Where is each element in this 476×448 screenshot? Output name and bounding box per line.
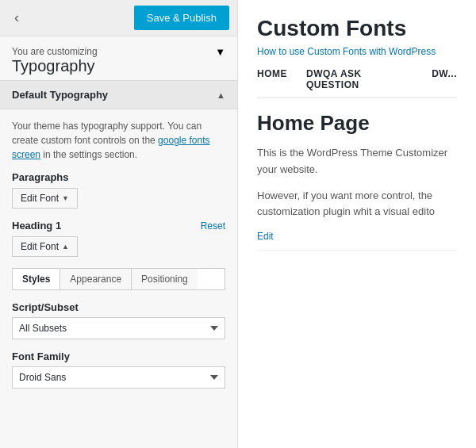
customizing-section: You are customizing Typography ▼ [0,36,237,81]
paragraphs-edit-font-label: Edit Font [21,193,59,204]
nav-item-dwqa: DWQA ASK QUESTION [306,68,413,90]
info-text: Your theme has typography support. You c… [12,119,225,162]
customizing-arrow-icon: ▼ [215,46,225,58]
font-family-select[interactable]: Droid Sans Arial Georgia Times New Roman… [12,366,225,389]
back-button[interactable]: ‹ [8,6,25,29]
heading1-edit-font-button[interactable]: Edit Font ▲ [12,236,78,257]
heading1-label: Heading 1 [12,220,61,232]
nav-item-home: HOME [257,68,287,90]
script-subset-label: Script/Subset [12,301,225,313]
tabs-container: Styles Appearance Positioning [12,268,225,290]
tab-positioning[interactable]: Positioning [132,269,198,289]
font-family-field: Font Family Droid Sans Arial Georgia Tim… [12,350,225,389]
page-divider [257,250,457,251]
tab-appearance[interactable]: Appearance [60,269,132,289]
site-title: Custom Fonts [257,16,457,41]
section-arrow-icon: ▲ [217,90,225,100]
site-subtitle: How to use Custom Fonts with WordPress [257,46,457,57]
section-body: Your theme has typography support. You c… [0,109,237,409]
back-icon: ‹ [14,10,19,25]
heading1-dropdown-arrow-icon: ▲ [62,243,69,251]
page-heading: Home Page [257,111,457,136]
tab-styles[interactable]: Styles [13,269,60,289]
header: ‹ Save & Publish [0,0,237,36]
font-family-label: Font Family [12,350,225,362]
paragraphs-dropdown-arrow-icon: ▼ [62,194,69,202]
site-nav: HOME DWQA ASK QUESTION DW... [257,68,457,98]
page-text-1: This is the WordPress Theme Customizer y… [257,145,457,178]
page-text-2: However, if you want more control, the c… [257,188,457,221]
right-panel: Custom Fonts How to use Custom Fonts wit… [238,0,476,448]
section-title: Default Typography [12,89,108,101]
save-publish-button[interactable]: Save & Publish [134,6,229,30]
script-subset-field: Script/Subset All Subsets Latin Latin Ex… [12,301,225,339]
nav-item-dw: DW... [432,68,457,90]
customizing-title: Typography [12,57,98,75]
heading1-edit-font-label: Edit Font [21,241,59,252]
heading1-reset-link[interactable]: Reset [201,220,225,232]
left-panel: ‹ Save & Publish You are customizing Typ… [0,0,238,448]
panel-content[interactable]: Default Typography ▲ Your theme has typo… [0,81,237,448]
edit-link[interactable]: Edit [257,231,274,242]
paragraphs-edit-font-button[interactable]: Edit Font ▼ [12,188,78,209]
default-typography-header[interactable]: Default Typography ▲ [0,81,237,109]
script-subset-select[interactable]: All Subsets Latin Latin Extended Cyrilli… [12,317,225,339]
heading1-label-row: Heading 1 Reset [12,220,225,232]
paragraphs-label: Paragraphs [12,171,225,183]
customizing-label: You are customizing [12,46,98,57]
